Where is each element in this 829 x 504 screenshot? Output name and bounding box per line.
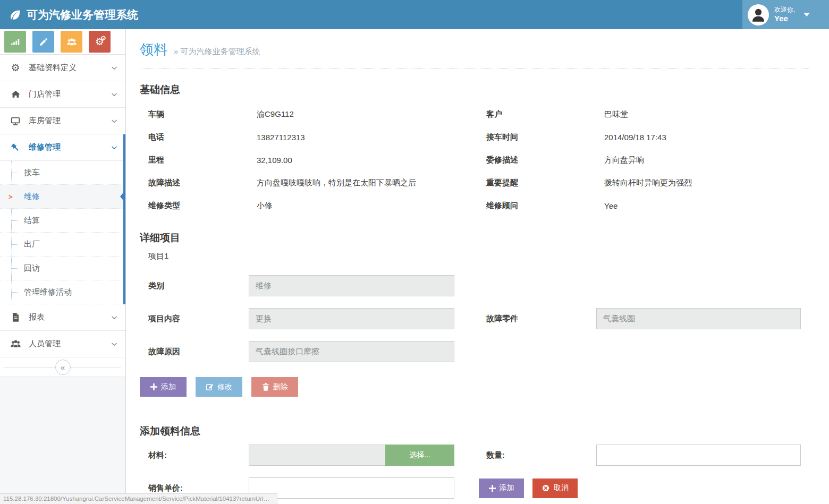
settings-shortcut-button[interactable]: ⚙ ⚙: [89, 31, 111, 53]
leaf-logo-icon: [9, 8, 21, 21]
sidebar-item-reports[interactable]: 报表: [0, 304, 125, 331]
sidebar-item-label: 报表: [29, 312, 45, 322]
edit-icon: [206, 383, 214, 391]
user-menu[interactable]: 欢迎你, Yee: [742, 0, 829, 29]
field-value: 2014/09/18 17:43: [604, 133, 809, 142]
info-row: 里程 32,109.00 委修描述 方向盘异响: [140, 149, 809, 172]
sidebar-shortcuts: ⚙ ⚙: [0, 29, 125, 55]
field-label: 车辆: [140, 109, 257, 119]
sidebar-subitem-repair-activities[interactable]: 管理维修活动: [0, 280, 125, 304]
breadcrumb-separator: »: [174, 47, 178, 56]
sidebar-collapse-row: «: [0, 357, 125, 377]
user-name: Yee: [774, 14, 795, 24]
sidebar-item-repair-mgmt[interactable]: 维修管理: [0, 134, 125, 161]
welcome-text: 欢迎你,: [774, 6, 795, 14]
detail-buttons: 添加 修改 删除: [140, 377, 809, 397]
field-label: 客户: [486, 109, 604, 119]
delete-item-button[interactable]: 删除: [251, 377, 298, 397]
quantity-input[interactable]: [596, 445, 801, 466]
reason-label: 故障原因: [140, 347, 249, 357]
material-input-group: 选择...: [249, 445, 454, 466]
sidebar-subitem-repair[interactable]: > 维修: [0, 185, 125, 209]
field-label: 里程: [140, 155, 257, 165]
chevron-down-icon: [111, 64, 118, 72]
cancel-button[interactable]: 取消: [532, 479, 578, 498]
sidebar-subitem-leave-factory[interactable]: 出厂: [0, 233, 125, 257]
desktop-icon: [10, 116, 21, 126]
field-value: 方向盘嘎吱嘎吱响，特别是在太阳下暴晒之后: [257, 178, 486, 188]
form-row-content-part: 项目内容 故障零件: [140, 308, 809, 329]
sidebar-item-label: 库房管理: [29, 116, 61, 126]
caret-down-icon: [803, 13, 810, 16]
field-label: 委修描述: [486, 155, 604, 165]
field-label: 电话: [140, 132, 257, 142]
stats-shortcut-button[interactable]: [4, 31, 26, 53]
chevron-down-icon: [111, 340, 118, 348]
content-label: 项目内容: [140, 314, 249, 324]
trash-icon: [262, 383, 269, 391]
sidebar-collapse-button[interactable]: «: [55, 360, 71, 375]
sidebar: ⚙ ⚙ ⚙ 基础资料定义 门店管理 库房管理: [0, 29, 126, 504]
detail-item-title: 项目1: [140, 251, 809, 261]
part-input: [596, 308, 801, 329]
chevron-down-icon: [111, 91, 118, 98]
material-label: 材料:: [140, 450, 249, 460]
field-value: 32,109.00: [257, 156, 486, 165]
top-navbar: 可为汽修业务管理系统 欢迎你, Yee: [0, 0, 829, 29]
quantity-label: 数量:: [486, 450, 596, 460]
page-header: 领料 » 可为汽修业务管理系统: [140, 29, 809, 69]
avatar: [748, 4, 769, 25]
choose-material-button[interactable]: 选择...: [385, 445, 454, 466]
add-material-button[interactable]: 添加: [479, 479, 524, 498]
field-value: 拨转向杆时异响更为强烈: [604, 178, 809, 188]
users-shortcut-button[interactable]: [61, 31, 82, 53]
form-row-category: 类别: [140, 275, 809, 296]
active-arrow-icon: >: [9, 193, 13, 201]
users-icon: [10, 338, 21, 349]
category-input: [249, 275, 454, 296]
app-brand: 可为汽修业务管理系统: [9, 7, 138, 22]
field-value: 小修: [257, 201, 486, 211]
gears-icon: ⚙: [10, 63, 21, 73]
section-title-basic-info: 基础信息: [140, 83, 809, 97]
info-row: 电话 13827112313 接车时间 2014/09/18 17:43: [140, 126, 809, 149]
info-row: 故障描述 方向盘嘎吱嘎吱响，特别是在太阳下暴晒之后 重要提醒 拨转向杆时异响更为…: [140, 172, 809, 194]
breadcrumb-trail: 可为汽修业务管理系统: [181, 47, 260, 56]
field-label: 故障描述: [140, 178, 257, 188]
price-input[interactable]: [249, 477, 454, 499]
sidebar-item-store-mgmt[interactable]: 门店管理: [0, 81, 125, 108]
chevron-down-icon: [111, 144, 118, 151]
sidebar-subitem-follow-up[interactable]: 回访: [0, 257, 125, 280]
content-input: [249, 308, 454, 329]
field-value: 方向盘异响: [604, 155, 809, 165]
plus-icon: [489, 485, 496, 492]
add-item-button[interactable]: 添加: [140, 377, 187, 397]
status-url-tooltip: 115.28.176.30:21800/Yushangrui.CarServic…: [0, 493, 277, 504]
modify-item-button[interactable]: 修改: [196, 377, 242, 397]
sidebar-item-personnel-mgmt[interactable]: 人员管理: [0, 331, 125, 357]
chevron-down-icon: [111, 117, 118, 125]
sidebar-item-base-data[interactable]: ⚙ 基础资料定义: [0, 55, 125, 81]
section-title-details: 详细项目: [140, 231, 809, 245]
home-icon: [10, 89, 21, 99]
field-label: 接车时间: [486, 132, 604, 142]
plus-icon: [150, 383, 157, 390]
field-value: Yee: [604, 201, 809, 210]
sidebar-item-label: 基础资料定义: [29, 63, 77, 73]
sidebar-subitem-receive-car[interactable]: 接车: [0, 161, 125, 185]
form-row-reason: 故障原因: [140, 341, 809, 362]
field-value: 13827112313: [257, 133, 486, 142]
pick-buttons: 添加 取消: [479, 479, 578, 498]
app-title: 可为汽修业务管理系统: [27, 7, 138, 22]
active-group-bar: [123, 134, 125, 304]
sidebar-subitem-settlement[interactable]: 结算: [0, 209, 125, 233]
repair-submenu: 接车 > 维修 结算 出厂 回访 管理维修活动: [0, 161, 125, 304]
edit-shortcut-button[interactable]: [32, 31, 54, 53]
x-circle-icon: [542, 484, 550, 492]
sidebar-item-warehouse-mgmt[interactable]: 库房管理: [0, 108, 125, 134]
chevron-down-icon: [111, 314, 118, 321]
info-row: 车辆 渝C9G112 客户 巴味堂: [140, 103, 809, 126]
field-value: 渝C9G112: [257, 109, 486, 119]
breadcrumb: » 可为汽修业务管理系统: [174, 47, 260, 57]
page-title: 领料: [140, 40, 167, 59]
